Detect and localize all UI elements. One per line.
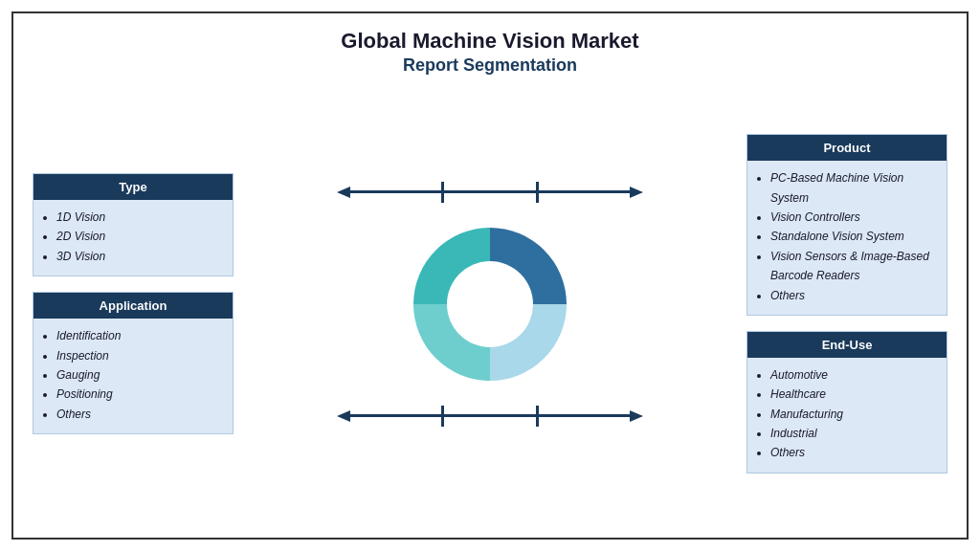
application-body: Identification Inspection Gauging Positi… <box>33 319 233 433</box>
main-container: Global Machine Vision Market Report Segm… <box>11 11 969 540</box>
bottom-line-left <box>350 414 441 417</box>
top-arrow <box>337 182 643 203</box>
arrow-right-bottom-icon <box>630 410 643 422</box>
type-item-2: 2D Vision <box>56 227 223 246</box>
bottom-arrow <box>337 406 643 427</box>
svg-marker-2 <box>337 410 350 422</box>
enduse-body: Automotive Healthcare Manufacturing Indu… <box>747 358 947 473</box>
bottom-line-right <box>539 414 630 417</box>
bottom-line-mid <box>444 414 535 417</box>
enduse-item-2: Healthcare <box>770 385 937 404</box>
top-line-right2 <box>539 190 630 193</box>
application-header: Application <box>33 293 233 319</box>
arrow-right-top-icon <box>630 187 643 198</box>
enduse-item-5: Others <box>770 443 937 462</box>
donut-hole <box>447 261 533 347</box>
enduse-item-1: Automotive <box>770 365 937 385</box>
top-line-right <box>444 190 535 193</box>
svg-marker-0 <box>337 187 350 198</box>
type-body: 1D Vision 2D Vision 3D Vision <box>33 200 233 276</box>
donut-svg <box>394 209 586 400</box>
enduse-panel: End-Use Automotive Healthcare Manufactur… <box>746 331 947 474</box>
product-item-5: Others <box>770 286 937 305</box>
svg-marker-3 <box>630 410 643 422</box>
application-panel: Application Identification Inspection Ga… <box>33 292 234 434</box>
content-area: Type 1D Vision 2D Vision 3D Vision Appli… <box>33 85 947 522</box>
main-title: Global Machine Vision Market <box>341 29 638 54</box>
type-header: Type <box>33 174 233 200</box>
app-item-5: Others <box>56 405 223 424</box>
app-item-2: Inspection <box>56 346 223 365</box>
arrow-left-top-icon <box>337 187 350 198</box>
enduse-item-3: Manufacturing <box>770 405 937 424</box>
app-item-3: Gauging <box>56 365 223 385</box>
left-panels: Type 1D Vision 2D Vision 3D Vision Appli… <box>33 173 234 434</box>
enduse-item-4: Industrial <box>770 424 937 443</box>
app-item-1: Identification <box>56 326 223 345</box>
product-header: Product <box>747 135 947 161</box>
type-item-1: 1D Vision <box>56 208 223 227</box>
product-panel: Product PC-Based Machine Vision System V… <box>746 134 947 316</box>
sub-title: Report Segmentation <box>403 55 577 76</box>
top-line-left <box>350 190 441 193</box>
type-panel: Type 1D Vision 2D Vision 3D Vision <box>33 173 234 276</box>
enduse-header: End-Use <box>747 332 947 358</box>
right-panels: Product PC-Based Machine Vision System V… <box>746 134 947 474</box>
product-item-3: Standalone Vision System <box>770 227 937 246</box>
product-item-2: Vision Controllers <box>770 208 937 227</box>
svg-marker-1 <box>630 187 643 198</box>
center-area <box>234 85 746 522</box>
app-item-4: Positioning <box>56 385 223 404</box>
product-item-4: Vision Sensors & Image-Based Barcode Rea… <box>770 247 937 286</box>
product-item-1: PC-Based Machine Vision System <box>770 168 937 208</box>
product-body: PC-Based Machine Vision System Vision Co… <box>747 161 947 315</box>
donut-chart <box>394 209 586 400</box>
arrow-left-bottom-icon <box>337 410 350 422</box>
type-item-3: 3D Vision <box>56 247 223 266</box>
